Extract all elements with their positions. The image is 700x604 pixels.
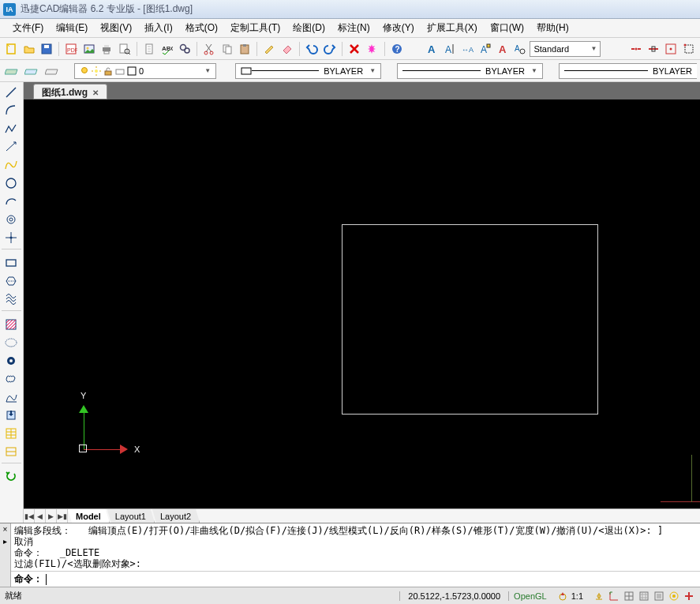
command-panel-close-icon[interactable]: ×▸ [0, 523, 11, 587]
hatch-tool-icon[interactable] [2, 291, 21, 308]
pdf-export-icon[interactable]: PDF [63, 40, 79, 58]
hatch-pattern-icon[interactable] [2, 316, 21, 333]
menu-window[interactable]: 窗口(W) [484, 18, 530, 38]
line-tool-icon[interactable] [2, 84, 21, 101]
spline-tool-icon[interactable] [2, 156, 21, 174]
svg-rect-48 [105, 71, 111, 75]
status-ucs-icon[interactable] [608, 590, 620, 602]
corner-marker [661, 455, 700, 502]
color-linetype-dropdown-1[interactable]: BYLAYER ▼ [235, 63, 381, 79]
menu-view[interactable]: 视图(V) [94, 18, 138, 38]
text-style-dropdown[interactable]: Standard ▼ [530, 41, 601, 57]
cut-icon[interactable] [201, 40, 217, 58]
tab-layout2[interactable]: Layout2 [152, 509, 200, 523]
explode-icon[interactable] [364, 40, 380, 58]
command-input[interactable]: 命令： [11, 571, 700, 587]
circle-tool-icon[interactable] [2, 174, 21, 192]
text-style-a-icon[interactable]: A [424, 40, 440, 58]
svg-point-16 [185, 48, 189, 53]
menu-file[interactable]: 文件(F) [6, 18, 50, 38]
menu-custom[interactable]: 定制工具(T) [224, 18, 286, 38]
layer-state-1-icon[interactable] [3, 62, 20, 80]
table-tool-icon[interactable] [2, 425, 21, 442]
menu-draw[interactable]: 绘图(D) [286, 18, 331, 38]
find-icon[interactable] [177, 40, 193, 58]
svg-point-42 [81, 67, 87, 73]
linetype-dropdown-2[interactable]: BYLAYER ▼ [397, 63, 543, 79]
layer-state-2-icon[interactable] [23, 62, 39, 80]
eraser-icon[interactable] [279, 40, 295, 58]
status-grid-icon[interactable] [623, 590, 635, 602]
help-icon[interactable]: ? [388, 40, 404, 58]
tab-nav-last-icon[interactable]: ▶▮ [57, 509, 68, 523]
menu-modify[interactable]: 修改(Y) [376, 18, 421, 38]
menu-insert[interactable]: 插入(I) [138, 18, 178, 38]
copy-icon[interactable] [219, 40, 234, 58]
rectangle-tool-icon[interactable] [2, 254, 21, 272]
open-file-icon[interactable] [21, 40, 36, 58]
polyline-tool-icon[interactable] [2, 120, 21, 137]
lineweight-dropdown[interactable]: BYLAYER [559, 63, 697, 79]
text-find-icon[interactable]: A [512, 40, 528, 58]
spellcheck-icon[interactable]: ABC [159, 40, 174, 58]
tab-nav-first-icon[interactable]: ▮◀ [24, 509, 35, 523]
region-tool-icon[interactable] [2, 334, 21, 351]
undo-icon[interactable] [304, 40, 320, 58]
delete-icon[interactable] [346, 40, 362, 58]
paste-icon[interactable] [237, 40, 253, 58]
print-icon[interactable] [99, 40, 114, 58]
polygon-tool-icon[interactable] [2, 272, 21, 290]
select-rect-icon[interactable] [681, 40, 697, 58]
break-point-icon[interactable] [646, 40, 661, 58]
page-setup-icon[interactable] [141, 40, 157, 58]
svg-point-43 [95, 69, 98, 73]
menu-extend[interactable]: 扩展工具(X) [421, 18, 484, 38]
status-grid2-icon[interactable] [638, 590, 650, 602]
node-icon[interactable] [663, 40, 679, 58]
ellipse-tool-icon[interactable] [2, 138, 21, 156]
text-tool-icon[interactable] [2, 443, 21, 460]
status-target-icon[interactable] [668, 590, 680, 602]
menu-annotate[interactable]: 标注(N) [331, 18, 376, 38]
tab-nav-prev-icon[interactable]: ◀ [35, 509, 46, 523]
print-preview-icon[interactable] [116, 40, 132, 58]
svg-text:ABC: ABC [162, 45, 173, 52]
svg-point-81 [672, 595, 676, 598]
model-layout-tabs: ▮◀ ◀ ▶ ▶▮ Model Layout1 Layout2 [24, 508, 700, 523]
status-compass-icon[interactable] [556, 590, 569, 602]
break-icon[interactable] [627, 40, 643, 58]
status-plus-icon[interactable] [683, 590, 695, 602]
match-properties-icon[interactable] [261, 40, 277, 58]
menu-format[interactable]: 格式(O) [179, 18, 224, 38]
arc-tool-icon[interactable] [2, 102, 21, 119]
drawing-canvas[interactable]: Y X [24, 99, 700, 508]
wipeout-tool-icon[interactable] [2, 388, 21, 406]
revcloud-tool-icon[interactable] [2, 370, 21, 388]
dimension-style-icon[interactable]: ↔A [459, 40, 475, 58]
arc-3pt-icon[interactable] [2, 193, 21, 210]
text-height-icon[interactable]: A [441, 40, 457, 58]
menu-edit[interactable]: 编辑(E) [50, 18, 94, 38]
menu-help[interactable]: 帮助(H) [530, 18, 575, 38]
image-export-icon[interactable] [81, 40, 97, 58]
boundary-tool-icon[interactable] [2, 352, 21, 370]
layer-dropdown[interactable]: 0 ▼ [74, 63, 216, 79]
layer-state-3-icon[interactable] [43, 62, 60, 80]
document-tab[interactable]: 图纸1.dwg ✕ [33, 84, 107, 99]
point-tool-icon[interactable] [2, 229, 21, 246]
insert-block-icon[interactable] [2, 407, 21, 424]
save-icon[interactable] [39, 40, 54, 58]
svg-point-55 [9, 218, 13, 221]
donut-tool-icon[interactable] [2, 211, 21, 228]
tab-layout1[interactable]: Layout1 [107, 509, 155, 523]
close-icon[interactable]: ✕ [92, 88, 99, 97]
refresh-icon[interactable] [2, 468, 21, 486]
tab-model[interactable]: Model [68, 509, 110, 523]
redo-icon[interactable] [321, 40, 337, 58]
status-layout-icon[interactable] [653, 590, 665, 602]
status-snap-icon[interactable] [593, 590, 605, 602]
dimension-style-mgr-icon[interactable]: A [477, 40, 492, 58]
tab-nav-next-icon[interactable]: ▶ [46, 509, 57, 523]
text-a-icon[interactable]: A [495, 40, 511, 58]
new-file-icon[interactable] [3, 40, 19, 58]
